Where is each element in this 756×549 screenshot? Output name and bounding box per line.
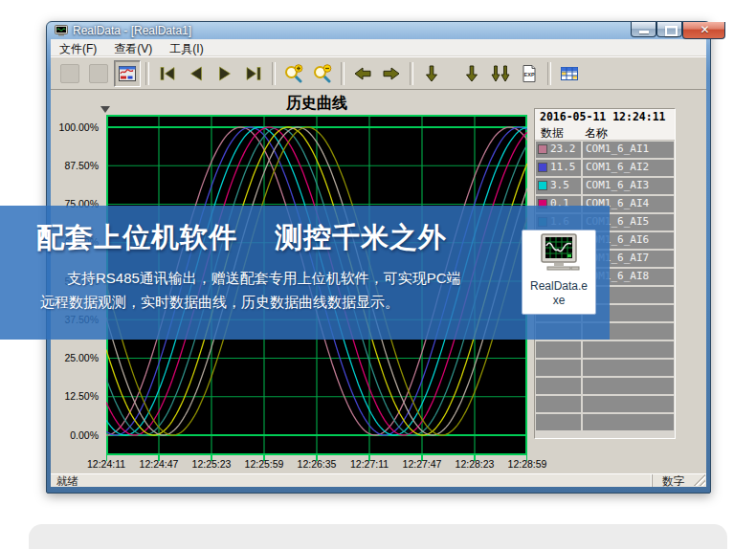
icon-label-line1: RealData.e [523, 279, 595, 294]
column-divider [581, 378, 583, 394]
toolbar-button-go-prev[interactable] [183, 60, 210, 87]
toolbar-button-go-last[interactable] [240, 60, 267, 87]
table-row-empty[interactable] [536, 396, 674, 412]
plot-cursor-marker[interactable] [100, 106, 110, 113]
toolbar: EXP [51, 56, 706, 89]
table-row-empty[interactable] [536, 341, 674, 358]
channel-name: COM1_6_AI1 [586, 143, 649, 155]
table-row-COM1_6_AI3[interactable]: 3.5COM1_6_AI3 [536, 178, 674, 194]
value-cell [536, 341, 581, 358]
table-row-COM1_6_AI1[interactable]: 23.2COM1_6_AI1 [536, 142, 674, 158]
pan-right-icon [381, 64, 402, 83]
column-header-data: 数据 [541, 125, 564, 142]
value-cell [536, 396, 581, 412]
screenshot-stage: RealData - [RealData1] ✕ 文件(F)查看(V)工具(I)… [0, 0, 756, 549]
menu-item-0[interactable]: 文件(F) [51, 39, 105, 56]
cursor-down-icon [421, 64, 442, 83]
toolbar-button-pan-left[interactable] [349, 60, 376, 87]
toolbar-button-zoom-in[interactable] [280, 60, 307, 87]
zoom-out-icon [312, 64, 333, 83]
series-color-swatch [538, 163, 547, 172]
resize-grip[interactable] [694, 474, 705, 486]
x-tick-label: 12:28:59 [499, 458, 556, 470]
status-mode-text: 数字 [652, 474, 700, 487]
close-button[interactable]: ✕ [682, 22, 725, 39]
series-color-swatch [538, 181, 547, 190]
close-icon: ✕ [683, 23, 726, 36]
x-tick-label: 12:25:59 [235, 458, 293, 470]
toolbar-button-export[interactable]: EXP [516, 60, 543, 87]
table-row-empty[interactable] [536, 414, 674, 430]
go-prev-icon [186, 64, 207, 83]
column-divider [581, 360, 583, 376]
maximize-button[interactable] [656, 22, 682, 37]
column-divider [581, 178, 583, 194]
toolbar-button-blank-disabled[interactable] [56, 60, 83, 87]
menu-item-2[interactable]: 工具(I) [161, 39, 211, 56]
promo-heading: 配套上位机软件 测控千米之外 [0, 206, 610, 257]
menu-item-1[interactable]: 查看(V) [105, 39, 161, 56]
column-divider [581, 414, 583, 430]
blank-disabled-2-icon [89, 64, 108, 83]
monitor-icon [535, 233, 583, 275]
table-row-empty[interactable] [536, 360, 674, 376]
y-tick-label: 87.50% [64, 160, 99, 171]
toolbar-separator [341, 62, 345, 85]
x-tick-label: 12:28:23 [446, 458, 503, 470]
value-cell [536, 360, 581, 376]
toolbar-separator [272, 62, 276, 85]
data-table-icon [560, 64, 579, 83]
column-divider [581, 160, 583, 176]
toolbar-button-history-curve[interactable] [114, 60, 141, 87]
app-icon[interactable] [55, 25, 68, 36]
toolbar-button-cursor-down-double[interactable] [487, 60, 514, 87]
column-divider [581, 341, 583, 358]
promo-banner: 配套上位机软件 测控千米之外 支持RS485通讯输出，赠送配套专用上位机软件，可… [0, 206, 610, 340]
chart-title: 历史曲线 [106, 94, 527, 114]
table-row-COM1_6_AI2[interactable]: 11.5COM1_6_AI2 [536, 160, 674, 176]
channel-name: COM1_6_AI2 [586, 161, 649, 173]
x-axis-labels: 12:24:1112:24:4712:25:2312:25:5912:26:35… [106, 458, 527, 472]
x-tick-label: 12:24:47 [130, 458, 188, 470]
toolbar-button-pan-right[interactable] [378, 60, 405, 87]
window-titlebar[interactable]: RealData - [RealData1] ✕ [47, 22, 710, 39]
menu-bar: 文件(F)查看(V)工具(I) [51, 39, 706, 56]
toolbar-button-cursor-down[interactable] [418, 60, 445, 87]
go-next-icon [214, 64, 235, 83]
toolbar-button-go-next[interactable] [211, 60, 238, 87]
y-tick-label: 100.00% [59, 121, 99, 133]
toolbar-button-go-first[interactable] [154, 60, 181, 87]
minimize-icon [639, 31, 649, 33]
status-ready-text: 就绪 [56, 474, 78, 489]
blank-disabled-icon [60, 64, 79, 83]
pan-left-icon [352, 64, 373, 83]
column-header-name: 名称 [585, 125, 608, 142]
x-tick-label: 12:25:23 [183, 458, 240, 470]
y-tick-label: 0.00% [70, 429, 99, 441]
toolbar-button-data-table[interactable] [556, 60, 583, 87]
realdata-exe-icon[interactable]: RealData.e xe [522, 230, 596, 315]
cursor-down-2-icon [461, 64, 482, 83]
value-cell: 3.5 [536, 178, 581, 194]
maximize-icon [665, 26, 678, 36]
toolbar-button-cursor-down-2[interactable] [458, 60, 485, 87]
table-row-empty[interactable] [536, 378, 674, 394]
channel-value: 23.2 [550, 143, 576, 155]
minimize-button[interactable] [631, 22, 656, 37]
zoom-in-icon [283, 64, 304, 83]
channel-value: 3.5 [550, 179, 569, 191]
panel-timestamp: 2016-05-11 12:24:11 [535, 109, 675, 124]
channel-value: 11.5 [550, 161, 576, 173]
series-color-swatch [538, 144, 547, 154]
page-bottom-strip [29, 524, 727, 549]
value-cell [536, 414, 581, 430]
panel-header-row: 数据 名称 [535, 124, 675, 141]
channel-name: COM1_6_AI3 [586, 179, 649, 191]
x-tick-label: 12:27:11 [341, 458, 398, 470]
toolbar-button-zoom-out[interactable] [309, 60, 336, 87]
go-last-icon [243, 64, 264, 83]
toolbar-button-blank-disabled-2[interactable] [85, 60, 112, 87]
value-cell: 23.2 [536, 142, 581, 158]
column-divider [581, 396, 583, 412]
x-tick-label: 12:26:35 [288, 458, 345, 470]
